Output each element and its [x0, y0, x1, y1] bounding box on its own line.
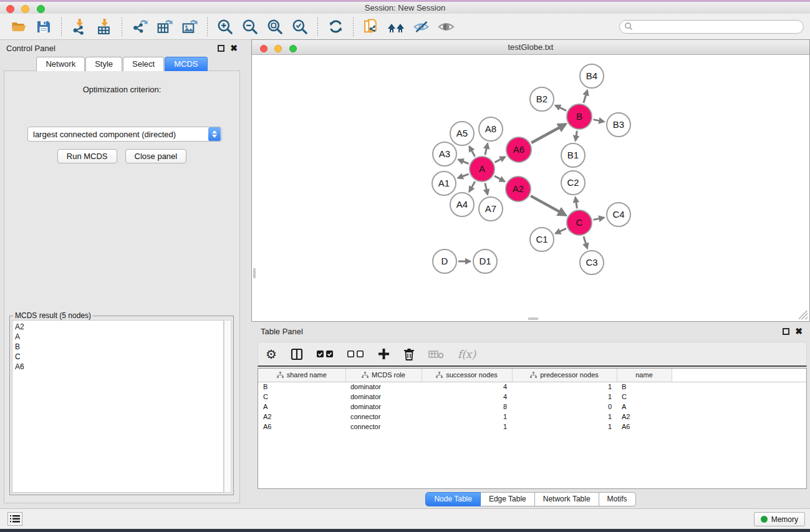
node-C[interactable]: C	[567, 210, 592, 235]
table-cell[interactable]: 4	[422, 382, 512, 392]
hide-selected-icon[interactable]	[410, 17, 432, 37]
zoom-fit-icon[interactable]	[264, 17, 286, 37]
network-window-titlebar[interactable]: testGlobe.txt	[252, 40, 809, 55]
network-close-button[interactable]	[260, 45, 268, 52]
tab-motifs[interactable]: Motifs	[599, 492, 636, 506]
import-network-icon[interactable]	[69, 17, 90, 37]
edge-C-C4[interactable]	[594, 218, 604, 220]
edge-B-B1[interactable]	[576, 131, 577, 141]
column-header-shared-name[interactable]: shared name	[258, 369, 345, 382]
node-A3[interactable]: A3	[433, 142, 456, 166]
node-A[interactable]: A	[470, 157, 494, 181]
table-cell[interactable]: B	[258, 382, 345, 392]
edge-C-C3[interactable]	[584, 236, 587, 248]
minimize-window-button[interactable]	[21, 5, 29, 13]
mcds-result-list[interactable]: A2ABCA6	[12, 320, 224, 493]
table-cell[interactable]: 1	[422, 412, 512, 422]
table-row[interactable]: Bdominator41B	[258, 382, 806, 392]
tab-network[interactable]: Network	[36, 57, 85, 71]
tab-style[interactable]: Style	[85, 57, 122, 71]
table-cell[interactable]: A2	[617, 412, 672, 422]
refresh-icon[interactable]	[325, 17, 346, 37]
table-cell[interactable]: 1	[512, 382, 617, 392]
float-table-panel-icon[interactable]	[783, 328, 789, 335]
table-cell[interactable]: 0	[512, 402, 617, 412]
node-C4[interactable]: C4	[607, 203, 630, 226]
network-zoom-button[interactable]	[289, 45, 297, 52]
node-B[interactable]: B	[567, 104, 592, 129]
first-neighbors-icon[interactable]	[385, 17, 407, 37]
memory-button[interactable]: Memory	[754, 512, 805, 526]
edge-A-A5[interactable]	[470, 147, 475, 157]
column-chooser-icon[interactable]	[291, 346, 303, 362]
open-session-icon[interactable]	[8, 17, 29, 37]
table-cell[interactable]: 4	[422, 392, 512, 402]
edge-C-C2[interactable]	[576, 198, 577, 209]
edge-B-B4[interactable]	[584, 90, 587, 103]
export-table-icon[interactable]	[154, 17, 175, 37]
select-all-checkboxes-icon[interactable]	[317, 346, 334, 362]
node-C1[interactable]: C1	[530, 228, 554, 251]
edge-B-B2[interactable]	[556, 105, 567, 110]
table-cell[interactable]: dominator	[345, 402, 422, 412]
table-cell[interactable]: A6	[258, 422, 345, 432]
node-B4[interactable]: B4	[580, 64, 604, 88]
network-canvas[interactable]: B4B2BB3B1A5A8A6A3AA1A4A7A2C2CC4C1C3DD1	[253, 56, 808, 320]
resize-grip[interactable]	[799, 311, 808, 319]
column-header-MCDS-role[interactable]: MCDS role	[345, 369, 422, 382]
table-settings-icon[interactable]: ⚙	[266, 346, 277, 362]
tab-node-table[interactable]: Node Table	[425, 492, 481, 506]
edge-A6-B[interactable]	[531, 124, 566, 143]
column-header-successor-nodes[interactable]: successor nodes	[422, 369, 512, 382]
node-A2[interactable]: A2	[506, 177, 531, 201]
node-A8[interactable]: A8	[479, 117, 503, 141]
tab-select[interactable]: Select	[123, 57, 164, 71]
search-field[interactable]	[619, 20, 804, 34]
close-panel-button[interactable]: Close panel	[125, 149, 187, 163]
zoom-selected-icon[interactable]	[289, 17, 311, 37]
node-D1[interactable]: D1	[473, 249, 497, 273]
node-A4[interactable]: A4	[450, 193, 474, 216]
zoom-out-icon[interactable]	[239, 17, 261, 37]
table-cell[interactable]: dominator	[345, 392, 422, 402]
edge-A-A6[interactable]	[494, 157, 505, 163]
table-cell[interactable]: C	[258, 392, 345, 402]
tab-edge-table[interactable]: Edge Table	[481, 492, 535, 506]
table-cell[interactable]: 8	[422, 402, 512, 412]
zoom-window-button[interactable]	[37, 5, 45, 13]
horizontal-scroll-nub[interactable]	[528, 317, 538, 320]
criterion-dropdown[interactable]: largest connected component (directed)	[27, 127, 222, 142]
tab-mcds[interactable]: MCDS	[165, 57, 207, 71]
export-image-icon[interactable]	[179, 17, 200, 37]
node-table[interactable]: shared nameMCDS rolesuccessor nodesprede…	[258, 368, 807, 489]
edge-A2-C[interactable]	[531, 196, 566, 215]
search-input[interactable]	[634, 22, 803, 31]
run-mcds-button[interactable]: Run MCDS	[57, 149, 117, 163]
table-cell[interactable]: B	[617, 382, 672, 392]
tab-network-table[interactable]: Network Table	[535, 492, 599, 506]
node-C3[interactable]: C3	[580, 251, 604, 274]
table-cell[interactable]: A6	[617, 422, 672, 432]
new-network-from-selection-icon[interactable]	[360, 17, 382, 37]
table-row[interactable]: A6connector11A6	[258, 422, 806, 432]
node-D[interactable]: D	[433, 249, 456, 273]
table-cell[interactable]: A	[617, 402, 672, 412]
network-minimize-button[interactable]	[274, 45, 282, 52]
close-panel-icon[interactable]: ✖	[230, 45, 238, 52]
import-table-icon[interactable]	[94, 17, 115, 37]
node-A6[interactable]: A6	[506, 137, 531, 162]
delete-column-icon[interactable]	[403, 346, 415, 362]
add-column-icon[interactable]	[378, 346, 390, 362]
edge-A-A2[interactable]	[494, 176, 504, 181]
vertical-scroll-nub[interactable]	[253, 268, 256, 278]
float-panel-icon[interactable]	[218, 45, 224, 52]
edge-A-A7[interactable]	[485, 183, 488, 195]
table-row[interactable]: A2connector11A2	[258, 412, 806, 422]
node-B3[interactable]: B3	[607, 113, 630, 137]
save-session-icon[interactable]	[33, 17, 54, 37]
edge-A-A4[interactable]	[470, 181, 475, 191]
node-B2[interactable]: B2	[530, 87, 554, 111]
export-network-icon[interactable]	[129, 17, 150, 37]
table-cell[interactable]: 1	[512, 422, 617, 432]
table-cell[interactable]: 1	[512, 392, 617, 402]
